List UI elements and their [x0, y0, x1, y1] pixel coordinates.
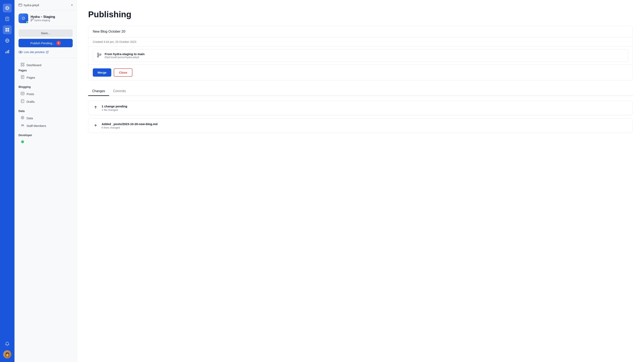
sidebar-item-staff-members[interactable]: Staff Members [18, 122, 73, 129]
svg-point-19 [19, 4, 20, 4]
sidebar-item-developer[interactable] [18, 138, 73, 146]
svg-rect-16 [8, 50, 9, 53]
chart-rail-icon[interactable] [3, 47, 12, 56]
branch-icon [30, 19, 34, 21]
site-logo: ⊙ [18, 13, 28, 23]
pr-actions: Merge Close [88, 65, 632, 80]
sidebar: hydra-jekyll ▾ ⊙ Hydra – Staging hydr [14, 0, 77, 362]
developer-icon [20, 140, 24, 144]
site-name: Hydra – Staging [30, 15, 55, 19]
change-summary-card: 1 change pending 1 file changed [88, 101, 633, 115]
svg-rect-8 [8, 28, 9, 29]
pr-branch-row: From hydra-staging to main EllaCloudCann… [88, 46, 632, 65]
publish-badge: 1 [56, 41, 61, 45]
main-content: Publishing New Blog October 20 Created 4… [77, 0, 644, 362]
svg-point-22 [32, 19, 33, 20]
change-title: 1 change pending [102, 105, 128, 108]
pages-icon [20, 75, 24, 80]
tab-commits[interactable]: Commits [109, 87, 130, 96]
nav-section-data: Data Data Staff Me [18, 109, 73, 129]
live-preview-link[interactable]: Live site preview [18, 49, 73, 55]
changes-list: 1 change pending 1 file changed Added _p… [88, 101, 633, 133]
svg-point-47 [98, 53, 99, 54]
svg-rect-34 [21, 92, 24, 95]
sidebar-actions: Save... Publish Pending... 1 Live site p… [14, 26, 77, 58]
svg-point-21 [31, 19, 32, 20]
nav-section-developer: Developer [18, 134, 73, 146]
tab-changes[interactable]: Changes [88, 87, 109, 96]
svg-point-2 [7, 7, 8, 9]
publish-button[interactable]: Publish Pending... 1 [18, 39, 73, 47]
merge-button[interactable]: Merge [93, 68, 111, 77]
sidebar-item-drafts[interactable]: Drafts [18, 98, 73, 105]
window-icon [18, 3, 22, 7]
site-card: ⊙ Hydra – Staging hydra-staging [14, 10, 77, 26]
svg-rect-29 [23, 65, 24, 66]
sidebar-item-dashboard[interactable]: Dashboard [18, 61, 73, 69]
nav-section-blogging: Blogging Posts [18, 85, 73, 105]
eye-icon [18, 50, 22, 54]
grid-rail-icon[interactable] [3, 25, 12, 34]
posts-icon [20, 92, 24, 96]
change-file-meta: 6 lines changed [102, 126, 158, 129]
pr-repo: EllaCloudCannon/hydra-jekyll [105, 56, 144, 59]
add-file-icon [93, 123, 98, 128]
change-file-card: Added _posts/2023-10-20-new-blog.md 6 li… [88, 118, 633, 133]
tabs: Changes Commits [88, 87, 633, 96]
sidebar-item-posts[interactable]: Posts [18, 90, 73, 98]
dashboard-icon [20, 63, 24, 67]
svg-point-41 [21, 116, 24, 119]
notifications-bell-icon[interactable] [3, 340, 12, 348]
sidebar-item-pages[interactable]: Pages [18, 74, 73, 81]
close-button[interactable]: Close [114, 68, 132, 77]
cloudcannon-logo-icon[interactable] [3, 3, 12, 12]
online-status-dot [26, 21, 28, 23]
svg-rect-28 [21, 65, 22, 66]
site-branch: hydra-staging [30, 19, 55, 22]
svg-point-25 [20, 52, 21, 53]
pr-created-at: Created 4:44 pm, 20 October 2023 [88, 37, 632, 46]
save-button[interactable]: Save... [18, 29, 73, 37]
svg-rect-9 [6, 30, 7, 31]
data-icon [20, 116, 24, 120]
icon-rail: 👩 [0, 0, 14, 362]
site-selector[interactable]: hydra-jekyll ▾ [14, 0, 77, 10]
staff-members-icon [20, 123, 24, 128]
svg-point-20 [20, 4, 20, 4]
page-title: Publishing [88, 10, 633, 19]
chevron-down-icon: ▾ [71, 3, 73, 7]
svg-point-48 [98, 56, 99, 57]
pr-branch-from: From hydra-staging to main [105, 52, 144, 56]
site-selector-label: hydra-jekyll [18, 3, 39, 7]
pr-card: New Blog October 20 Created 4:44 pm, 20 … [88, 26, 633, 80]
svg-rect-14 [6, 52, 6, 53]
sidebar-item-data[interactable]: Data [18, 114, 73, 122]
globe-rail-icon[interactable] [3, 36, 12, 45]
svg-rect-10 [8, 30, 9, 31]
avatar-image: 👩 [3, 350, 11, 359]
pages-rail-icon[interactable] [3, 14, 12, 23]
user-avatar[interactable]: 👩 [3, 350, 11, 359]
drafts-icon [20, 99, 24, 104]
upload-icon [93, 105, 98, 111]
site-logo-symbol: ⊙ [22, 16, 25, 21]
svg-rect-7 [6, 28, 7, 29]
change-file-title: Added _posts/2023-10-20-new-blog.md [102, 122, 158, 126]
svg-point-49 [100, 54, 101, 55]
pr-title: New Blog October 20 [88, 26, 632, 37]
merge-icon [96, 52, 102, 59]
sidebar-nav: Dashboard Pages Pages Blogging [14, 58, 77, 362]
change-meta: 1 file changed [102, 108, 128, 111]
svg-rect-27 [23, 63, 24, 64]
svg-point-42 [22, 117, 23, 118]
svg-rect-26 [21, 63, 22, 64]
svg-point-46 [21, 140, 24, 143]
nav-section-pages: Pages Pages [18, 69, 73, 81]
external-link-icon [46, 51, 49, 53]
svg-rect-15 [7, 51, 8, 53]
